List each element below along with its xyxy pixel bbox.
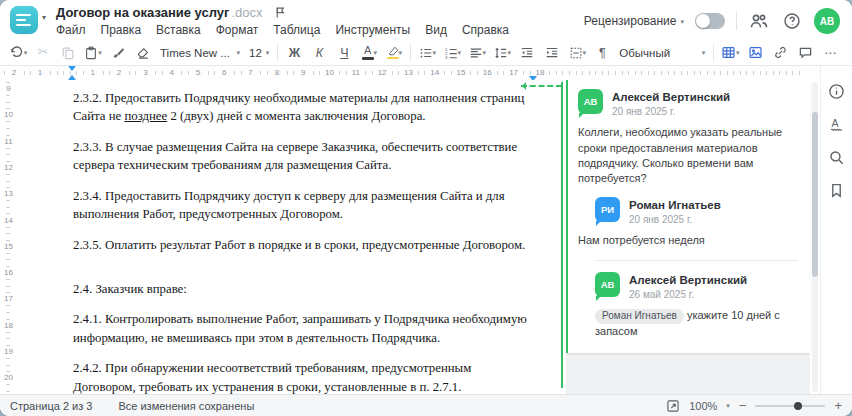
ruler-label: 11	[350, 68, 362, 78]
insert-comment-button[interactable]	[794, 42, 816, 63]
comment-date: 20 янв 2025 г.	[629, 214, 721, 225]
avatar: АВ	[578, 89, 603, 114]
font-size-select[interactable]: 12 ▾	[246, 42, 272, 63]
chevron-down-icon: ▾	[508, 49, 512, 56]
page-indicator[interactable]: Страница 2 из 3	[10, 400, 92, 412]
nonprinting-chars-button[interactable]: ¶	[591, 42, 613, 63]
copy-button[interactable]	[57, 42, 79, 63]
menu-item-1[interactable]: Правка	[101, 23, 142, 37]
paragraph: 2.3.4. Предоставить Подрядчику доступ к …	[73, 187, 534, 224]
zoom-slider-knob[interactable]	[794, 402, 802, 410]
increase-indent-button[interactable]	[541, 42, 563, 63]
insert-table-button[interactable]: ▾	[719, 42, 741, 63]
mention-pill[interactable]: Роман Игнатьев	[595, 309, 684, 324]
svg-text:3: 3	[444, 55, 447, 60]
comment-icon	[798, 45, 813, 60]
user-avatar[interactable]: АВ	[814, 8, 840, 34]
avatar: АВ	[595, 272, 620, 297]
chevron-down-icon: ▾	[680, 18, 684, 25]
numbered-list-icon: 123	[444, 46, 458, 60]
decrease-indent-button[interactable]	[516, 42, 538, 63]
spellcheck-icon[interactable]: А	[826, 113, 848, 135]
help-icon[interactable]	[781, 10, 803, 32]
zoom-value[interactable]: 100%	[689, 400, 717, 412]
numbered-list-button[interactable]: 123 ▾	[441, 42, 463, 63]
comment-author: Алексей Вертинский	[629, 272, 747, 287]
paragraph-settings-button[interactable]: ▾	[566, 42, 588, 63]
comment-thread[interactable]: АВАлексей Вертинский20 янв 2025 г.Коллег…	[566, 80, 810, 353]
document-page[interactable]: 2.3.2. Предоставить Подрядчику необходим…	[17, 80, 564, 394]
comments-panel: АВАлексей Вертинский20 янв 2025 г.Коллег…	[566, 80, 810, 394]
vertical-ruler[interactable]: 91011121314151617181920	[0, 80, 17, 394]
chevron-down-icon: ▾	[24, 49, 28, 56]
info-icon[interactable]	[826, 80, 848, 102]
highlight-color-button[interactable]: ▾	[383, 42, 405, 63]
link-icon	[773, 45, 788, 60]
bullet-list-button[interactable]: ▾	[416, 42, 438, 63]
collaboration-users-icon[interactable]	[748, 10, 770, 32]
vertical-scrollbar[interactable]	[812, 82, 818, 392]
search-icon[interactable]	[826, 146, 848, 168]
undo-button[interactable]: ▾	[7, 42, 29, 63]
menu-item-3[interactable]: Формат	[216, 23, 259, 37]
scrollbar-thumb[interactable]	[812, 112, 818, 277]
divider	[713, 44, 714, 61]
paragraph: 2.3.3. В случае размещения Сайта на серв…	[73, 138, 534, 175]
font-color-button[interactable]: А ▾	[358, 42, 380, 63]
ruler-label: 11	[4, 136, 12, 147]
comment-item[interactable]: АВАлексей Вертинский20 янв 2025 г.Коллег…	[578, 89, 798, 186]
avatar: РИ	[595, 197, 620, 222]
flag-icon[interactable]	[274, 6, 287, 19]
chevron-down-icon: ▾	[399, 49, 403, 56]
line-spacing-button[interactable]: ▾	[491, 42, 513, 63]
chevron-down-icon: ▾	[236, 49, 240, 56]
comment-item[interactable]: АВАлексей Вертинский26 май 2025 г.Роман …	[578, 272, 798, 339]
divider	[277, 44, 278, 61]
paragraph-borders-icon	[569, 46, 583, 60]
ruler-label: 2	[10, 68, 18, 78]
bookmark-icon[interactable]	[826, 179, 848, 201]
horizontal-ruler[interactable]: 21123456789101112131415161718	[0, 66, 810, 80]
line-spacing-icon	[494, 46, 508, 60]
menu-item-4[interactable]: Таблица	[273, 23, 320, 37]
chevron-down-icon[interactable]: ▾	[726, 402, 730, 409]
paste-icon	[84, 46, 98, 60]
style-select[interactable]: Обычный ▾	[616, 42, 708, 63]
brush-icon	[111, 46, 125, 60]
menu-item-5[interactable]: Инструменты	[335, 23, 410, 37]
underline-button[interactable]: Ч	[333, 42, 355, 63]
comment-anchor-line	[521, 85, 562, 87]
clear-formatting-button[interactable]	[132, 42, 154, 63]
bold-button[interactable]: Ж	[283, 42, 305, 63]
zoom-out-button[interactable]: −	[739, 399, 747, 412]
paste-button[interactable]: ▾	[82, 42, 104, 63]
zoom-in-button[interactable]: +	[834, 399, 842, 412]
comment-date: 26 май 2025 г.	[629, 289, 747, 300]
insert-link-button[interactable]	[769, 42, 791, 63]
cut-button[interactable]: ✂	[32, 42, 54, 63]
review-toggle[interactable]	[695, 13, 725, 29]
format-painter-button[interactable]	[107, 42, 129, 63]
insert-image-button[interactable]	[744, 42, 766, 63]
scissors-icon: ✂	[38, 46, 48, 59]
paragraph: 2.3.5. Оплатить результат Работ в порядк…	[73, 236, 534, 254]
ruler-label: 10	[323, 68, 336, 78]
menu-item-2[interactable]: Вставка	[156, 23, 201, 37]
more-tools-button[interactable]: ⋯	[819, 42, 841, 63]
first-line-indent-marker[interactable]	[68, 66, 76, 71]
ruler-label: 17	[4, 293, 13, 304]
app-logo-icon[interactable]	[10, 6, 38, 34]
zoom-slider[interactable]	[755, 405, 825, 407]
menu-item-7[interactable]: Справка	[462, 23, 509, 37]
ruler-label: 16	[4, 267, 13, 278]
chevron-down-icon[interactable]: ▾	[42, 13, 46, 22]
review-mode-button[interactable]: Рецензирование ▾	[584, 14, 684, 28]
comment-item[interactable]: РИРоман Игнатьев20 янв 2025 г.Нам потреб…	[578, 197, 798, 249]
menu-item-0[interactable]: Файл	[56, 23, 86, 37]
align-button[interactable]: ▾	[466, 42, 488, 63]
font-name-select[interactable]: Times New ... ▾	[157, 42, 243, 63]
menu-item-6[interactable]: Вид	[425, 23, 447, 37]
italic-button[interactable]: К	[308, 42, 330, 63]
fit-page-button[interactable]	[666, 399, 680, 413]
chevron-down-icon: ▾	[98, 49, 102, 56]
